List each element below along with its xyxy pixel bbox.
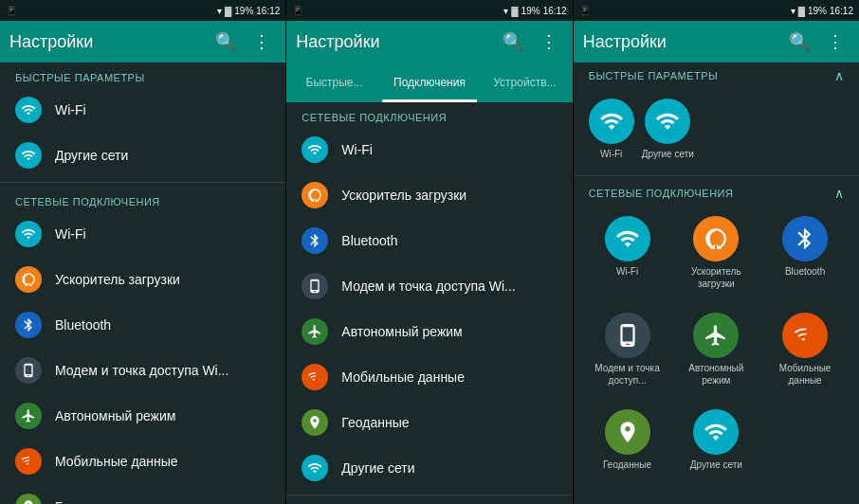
wifi-status-3: ▾ (791, 6, 795, 16)
search-icon-3[interactable]: 🔍 (785, 31, 813, 52)
network-section-chevron[interactable]: ∧ (834, 186, 844, 201)
top-bar-1: Настройки 🔍 ⋮ (0, 21, 285, 63)
panel-2: 📱 ▾ ▓ 19% 16:12 Настройки 🔍 ⋮ Быстрые...… (286, 0, 573, 504)
bluetooth-label-1: Bluetooth (55, 317, 111, 333)
network-grid-row1: Wi-Fi Ускоритель загрузки Bluetooth (574, 205, 859, 301)
list-item-wifi-quick-1[interactable]: Wi-Fi (0, 87, 285, 133)
tabs-2: Быстрые... Подключения Устройств... (286, 63, 572, 102)
signal-2: ▓ (511, 6, 518, 16)
grid-item-airplane-3[interactable]: Автономный режим (673, 305, 758, 394)
quick-params-chevron[interactable]: ∧ (834, 68, 844, 83)
grid-other-label-3: Другие сети (690, 459, 742, 471)
other-icon-2 (302, 455, 328, 481)
list-item-mobile-1[interactable]: Мобильные данные (0, 439, 285, 484)
other-label-2: Другие сети (341, 460, 414, 476)
quick-params-header-row: БЫСТРЫЕ ПАРАМЕТРЫ ∧ (574, 63, 859, 87)
grid-mobile-icon-3 (782, 313, 828, 358)
status-right-2: ▾ ▓ 19% 16:12 (503, 6, 566, 16)
wifi-status-2: ▾ (503, 6, 508, 16)
sim-icon-2: 📱 (292, 6, 303, 16)
list-item-airplane-1[interactable]: Автономный режим (0, 393, 285, 439)
list-item-other-2[interactable]: Другие сети (286, 445, 572, 491)
wifi-label-2: Wi-Fi (341, 142, 373, 157)
battery-text-1: 19% (234, 6, 253, 16)
section-header-network-1: СЕТЕВЫЕ ПОДКЛЮЧЕНИЯ (0, 187, 285, 211)
page-title-1: Настройки (9, 32, 204, 52)
wifi-status-icon: ▾ (217, 6, 222, 16)
divider-3 (574, 175, 859, 176)
grid-item-other-quick-3[interactable]: Другие сети (638, 91, 698, 168)
bluetooth-label-2: Bluetooth (341, 233, 397, 248)
mobile-label-2: Мобильные данные (341, 369, 465, 385)
modem-label-1: Модем и точка доступа Wi... (55, 363, 228, 378)
time-2: 16:12 (543, 6, 567, 16)
tab-devices[interactable]: Устройств... (477, 63, 572, 102)
list-item-wifi-1[interactable]: Wi-Fi (0, 211, 285, 257)
grid-geo-icon-3 (605, 409, 650, 455)
search-icon-2[interactable]: 🔍 (499, 31, 527, 52)
boost-label-2: Ускоритель загрузки (341, 188, 466, 203)
grid-item-wifi-quick-3[interactable]: Wi-Fi (585, 91, 638, 168)
tab-quick[interactable]: Быстрые... (286, 63, 381, 102)
grid-modem-label-3: Модем и точка доступ... (589, 362, 667, 387)
grid-other-icon-3 (693, 409, 739, 455)
grid-item-boost-3[interactable]: Ускоритель загрузки (673, 208, 758, 297)
list-item-other-quick-1[interactable]: Другие сети (0, 133, 285, 178)
airplane-icon-1 (15, 403, 42, 429)
list-item-bluetooth-1[interactable]: Bluetooth (0, 302, 285, 348)
status-bar-3: 📱 ▾ ▓ 19% 16:12 (574, 0, 859, 21)
list-item-geo-1[interactable]: Геоданные (0, 484, 285, 504)
network-grid-row2: Модем и точка доступ... Автономный режим… (574, 301, 859, 398)
signal-icon: ▓ (225, 6, 231, 16)
status-left-3: 📱 (579, 6, 591, 16)
geo-icon-1 (15, 494, 42, 504)
panel-1: 📱 ▾ ▓ 19% 16:12 Настройки 🔍 ⋮ БЫСТРЫЕ ПА… (0, 0, 286, 504)
sim-icon: 📱 (6, 6, 17, 16)
menu-icon-3[interactable]: ⋮ (821, 31, 850, 52)
other-net-icon-quick-1 (15, 142, 42, 169)
status-left-2: 📱 (292, 6, 303, 16)
boost-label-1: Ускоритель загрузки (55, 272, 180, 287)
grid-item-other-3[interactable]: Другие сети (673, 402, 758, 478)
menu-icon-2[interactable]: ⋮ (535, 31, 563, 52)
wifi-icon-1 (15, 221, 42, 247)
list-item-modem-2[interactable]: Модем и точка доступа Wi... (286, 263, 572, 309)
list-item-wifi-2[interactable]: Wi-Fi (286, 127, 572, 172)
modem-icon-1 (15, 357, 42, 384)
divider-1 (0, 182, 285, 183)
bluetooth-icon-1 (15, 312, 42, 338)
list-item-airplane-2[interactable]: Автономный режим (286, 309, 572, 354)
content-3: БЫСТРЫЕ ПАРАМЕТРЫ ∧ Wi-Fi Другие сети СЕ… (574, 63, 859, 504)
grid-item-geo-3[interactable]: Геоданные (585, 402, 670, 478)
list-item-modem-1[interactable]: Модем и точка доступа Wi... (0, 348, 285, 393)
list-item-bluetooth-2[interactable]: Bluetooth (286, 218, 572, 263)
geo-label-2: Геоданные (341, 415, 409, 430)
list-item-geo-2[interactable]: Геоданные (286, 400, 572, 445)
mobile-icon-2 (302, 364, 328, 390)
grid-bluetooth-label-3: Bluetooth (785, 265, 825, 278)
geo-label-1: Геоданные (55, 499, 122, 504)
grid-item-wifi-3[interactable]: Wi-Fi (585, 208, 670, 297)
section-header-network-2: СЕТЕВЫЕ ПОДКЛЮЧЕНИЯ (286, 102, 572, 127)
grid-item-bluetooth-3[interactable]: Bluetooth (762, 208, 848, 297)
list-item-boost-1[interactable]: Ускоритель загрузки (0, 257, 285, 302)
signal-3: ▓ (798, 6, 805, 16)
grid-modem-icon-3 (605, 313, 650, 358)
search-icon-1[interactable]: 🔍 (211, 31, 240, 52)
list-item-boost-2[interactable]: Ускоритель загрузки (286, 172, 572, 218)
grid-wifi-icon-3 (605, 216, 650, 261)
grid-airplane-icon-3 (693, 313, 739, 358)
grid-wifi-label-quick-3: Wi-Fi (600, 148, 622, 160)
grid-item-mobile-3[interactable]: Мобильные данные (762, 305, 848, 394)
status-left-1: 📱 (6, 6, 17, 16)
menu-icon-1[interactable]: ⋮ (247, 31, 276, 52)
tab-connections[interactable]: Подключения (382, 63, 477, 102)
grid-airplane-label-3: Автономный режим (677, 362, 755, 387)
geo-icon-2 (302, 409, 328, 436)
list-item-mobile-2[interactable]: Мобильные данные (286, 354, 572, 400)
status-bar-1: 📱 ▾ ▓ 19% 16:12 (0, 0, 285, 21)
grid-boost-icon-3 (693, 216, 739, 261)
grid-bluetooth-icon-3 (782, 216, 828, 261)
grid-item-modem-3[interactable]: Модем и точка доступ... (585, 305, 670, 394)
network-section-label: СЕТЕВЫЕ ПОДКЛЮЧЕНИЯ (589, 188, 734, 199)
